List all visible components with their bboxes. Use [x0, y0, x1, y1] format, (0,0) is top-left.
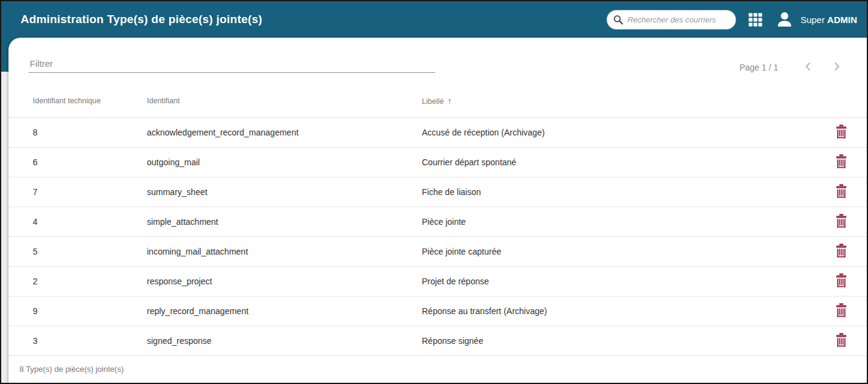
- cell-technical-id: 4: [8, 207, 147, 236]
- column-header-identifier[interactable]: Identifiant: [147, 85, 422, 117]
- table-row[interactable]: 8 acknowledgement_record_management Accu…: [8, 117, 867, 147]
- trash-icon: [835, 184, 848, 199]
- app-window: Administration Type(s) de pièce(s) joint…: [0, 0, 868, 384]
- delete-button[interactable]: [832, 183, 850, 200]
- cell-technical-id: 8: [8, 117, 147, 147]
- cell-technical-id: 9: [8, 296, 147, 326]
- cell-identifier: acknowledgement_record_management: [147, 117, 422, 147]
- apps-grid-icon: [748, 12, 763, 27]
- table-row[interactable]: 7 summary_sheet Fiche de liaison: [8, 177, 867, 207]
- cell-identifier: summary_sheet: [147, 177, 422, 207]
- cell-identifier: response_project: [147, 266, 422, 296]
- table-header-row: Identifiant technique Identifiant Libell…: [8, 85, 867, 117]
- trash-icon: [835, 154, 848, 169]
- chevron-right-icon: [830, 60, 843, 73]
- table-toolbar: Page 1 / 1: [8, 38, 867, 85]
- cell-label: Courrier départ spontané: [422, 147, 816, 177]
- table-row[interactable]: 9 reply_record_management Réponse au tra…: [8, 296, 867, 326]
- delete-button[interactable]: [832, 123, 850, 140]
- cell-identifier: outgoing_mail: [147, 147, 422, 177]
- cell-label: Pièce jointe capturée: [422, 236, 816, 266]
- attachment-types-table: Identifiant technique Identifiant Libell…: [8, 85, 867, 356]
- cell-technical-id: 3: [8, 326, 147, 355]
- trash-icon: [835, 244, 848, 258]
- trash-icon: [835, 273, 848, 288]
- delete-button[interactable]: [832, 332, 850, 349]
- filter-input[interactable]: [29, 57, 435, 73]
- cell-identifier: incoming_mail_attachment: [147, 236, 422, 266]
- table-row[interactable]: 3 signed_response Réponse signée: [8, 326, 867, 355]
- cell-label: Projet de réponse: [422, 266, 816, 296]
- header-actions: Super ADMIN: [607, 10, 857, 29]
- search-box: [607, 10, 736, 29]
- cell-label: Fiche de liaison: [422, 177, 816, 207]
- column-header-actions: [816, 85, 867, 117]
- cell-technical-id: 6: [8, 147, 147, 177]
- app-header: Administration Type(s) de pièce(s) joint…: [1, 1, 867, 38]
- page-title: Administration Type(s) de pièce(s) joint…: [21, 13, 262, 26]
- cell-identifier: simple_attachment: [147, 207, 422, 236]
- cell-technical-id: 5: [8, 236, 147, 266]
- user-icon: [775, 10, 794, 29]
- cell-technical-id: 2: [8, 266, 147, 296]
- next-page-button[interactable]: [822, 58, 851, 77]
- trash-icon: [835, 303, 848, 318]
- search-input[interactable]: [628, 15, 730, 24]
- cell-identifier: signed_response: [147, 326, 422, 355]
- user-name: Super ADMIN: [801, 15, 857, 25]
- search-icon: [612, 14, 624, 26]
- cell-identifier: reply_record_management: [147, 296, 422, 326]
- delete-button[interactable]: [832, 153, 850, 170]
- page-body: Page 1 / 1: [1, 38, 867, 383]
- sort-ascending-icon: ↑: [447, 96, 452, 106]
- table-row[interactable]: 6 outgoing_mail Courrier départ spontané: [8, 147, 867, 177]
- trash-icon: [835, 125, 848, 139]
- user-menu-button[interactable]: Super ADMIN: [775, 10, 857, 29]
- delete-button[interactable]: [832, 302, 850, 319]
- pagination: Page 1 / 1: [739, 58, 851, 77]
- delete-button[interactable]: [832, 242, 850, 259]
- content-card: Page 1 / 1: [8, 38, 867, 383]
- column-header-technical-id[interactable]: Identifiant technique: [8, 85, 147, 117]
- previous-page-button[interactable]: [794, 58, 822, 77]
- page-indicator: Page 1 / 1: [739, 63, 778, 72]
- trash-icon: [835, 214, 848, 228]
- chevron-left-icon: [802, 60, 815, 73]
- trash-icon: [835, 333, 848, 348]
- cell-technical-id: 7: [8, 177, 147, 207]
- cell-label: Réponse signée: [422, 326, 816, 355]
- cell-label: Accusé de réception (Archivage): [422, 117, 816, 147]
- table-row[interactable]: 4 simple_attachment Pièce jointe: [8, 207, 867, 236]
- table-row[interactable]: 5 incoming_mail_attachment Pièce jointe …: [8, 236, 867, 266]
- table-row[interactable]: 2 response_project Projet de réponse: [8, 266, 867, 296]
- column-header-label[interactable]: Libellé↑: [422, 85, 816, 117]
- delete-button[interactable]: [832, 213, 850, 230]
- cell-label: Pièce jointe: [422, 207, 816, 236]
- table-footer-count: 8 Type(s) de pièce(s) jointe(s): [8, 356, 867, 383]
- apps-grid-button[interactable]: [748, 12, 763, 27]
- cell-label: Réponse au transfert (Archivage): [422, 296, 816, 326]
- delete-button[interactable]: [832, 272, 850, 289]
